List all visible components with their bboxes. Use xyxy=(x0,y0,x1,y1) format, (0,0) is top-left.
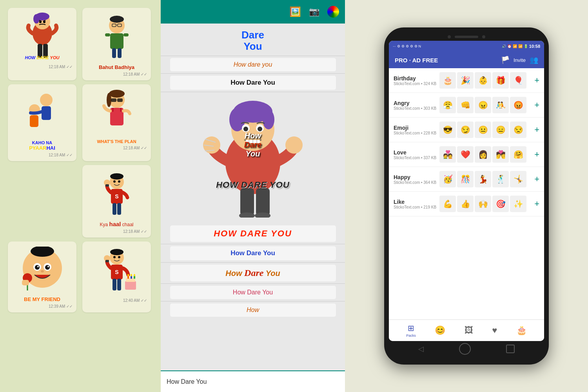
color-picker-icon[interactable] xyxy=(327,6,339,18)
thumb-b2: 🎉 xyxy=(457,72,474,89)
phone-app-header: PRO · AD FREE 🏳️ Invite 👥 xyxy=(389,52,544,68)
sticker-bubble-friend[interactable]: BE MY FRIEND 12:39 AM ✓✓ xyxy=(8,241,76,312)
thumb-e4: 😑 xyxy=(492,122,509,138)
right-panel: ··· ⚙⚙⚙⚙⚙N 🔊 ⏰ 📶 📶 🔋 10:58 PRO · AD FREE… xyxy=(345,0,588,392)
thumb-e3: 😐 xyxy=(475,122,491,138)
middle-content: Dare You How dare you How Dare You xyxy=(161,24,345,370)
invite-button[interactable]: Invite xyxy=(514,57,526,63)
pack-thumbs-angry: 😤 👊 😠 🤼 😡 xyxy=(439,97,531,113)
svg-point-3 xyxy=(33,14,40,24)
pack-item-angry[interactable]: Angry StickoText.com • 303 KB 😤 👊 😠 🤼 😡 … xyxy=(389,93,544,118)
thumb-h4: 🕺 xyxy=(492,171,509,187)
svg-rect-94 xyxy=(256,188,270,216)
sticker-bubble-how-dare[interactable]: HOW DARE YOU 12:18 AM ✓✓ xyxy=(8,8,76,80)
sticker-text-3[interactable]: HOW DARE YOU xyxy=(170,225,336,242)
pack-info-love: Love StickoText.com • 337 KB xyxy=(394,149,436,160)
sticker-bubble-bday[interactable]: S xyxy=(82,241,151,312)
sticker-text-4[interactable]: How Dare You xyxy=(170,246,336,260)
svg-text:S: S xyxy=(115,193,118,200)
pack-item-happy[interactable]: Happy StickoText.com • 364 KB 🥳 🎊 💃 🕺 🤸 … xyxy=(389,167,544,192)
sticker-bubble-plan[interactable]: WHAT'S THE PLAN 12:18 AM ✓✓ xyxy=(82,84,151,161)
svg-point-51 xyxy=(35,265,40,270)
svg-rect-15 xyxy=(110,33,123,49)
svg-point-20 xyxy=(40,94,53,106)
pack-thumbs-like: 💪 👍 🙌 🎯 ✨ xyxy=(439,196,531,212)
add-emoji-button[interactable]: + xyxy=(534,125,539,135)
svg-point-74 xyxy=(127,274,129,276)
header-actions: 🏳️ Invite 👥 xyxy=(501,56,538,64)
thumb-b3: 👶 xyxy=(475,72,491,89)
chat-panel: HOW DARE YOU 12:18 AM ✓✓ xyxy=(0,0,161,392)
chat-row-2: KAHO NA PYAARHAI 12:18 AM ✓✓ xyxy=(8,84,153,161)
thumb-l4: 💏 xyxy=(492,146,509,163)
sticker-bubble-kaho[interactable]: KAHO NA PYAARHAI 12:18 AM ✓✓ xyxy=(8,84,76,161)
label-kaho-1: KAHO NA xyxy=(29,140,55,145)
photo-icon[interactable]: 🖼️ xyxy=(289,6,301,17)
svg-point-26 xyxy=(107,93,111,107)
nav-packs[interactable]: ⊞ Packs xyxy=(406,323,416,338)
timestamp-3b: 12:18 AM ✓✓ xyxy=(123,229,147,234)
svg-point-60 xyxy=(110,249,123,255)
svg-point-25 xyxy=(109,90,125,98)
thumb-l5: 🤗 xyxy=(510,146,526,163)
thumb-e5: 😒 xyxy=(510,122,526,138)
svg-rect-21 xyxy=(42,106,51,120)
pack-name-angry: Angry xyxy=(394,100,436,106)
sticker-text-1[interactable]: How dare you xyxy=(170,58,336,71)
add-people-icon[interactable]: 👥 xyxy=(530,56,538,64)
thumb-lk3: 🙌 xyxy=(475,196,491,212)
pack-name-birthday: Birthday xyxy=(394,75,436,82)
search-input[interactable] xyxy=(167,378,339,385)
sticker-bubble-haal[interactable]: S Kya haal chaal 12:18 AM ✓✓ xyxy=(82,165,151,238)
svg-rect-17 xyxy=(123,33,129,36)
add-birthday-button[interactable]: + xyxy=(534,75,539,85)
pack-item-love[interactable]: Love StickoText.com • 337 KB 💑 ❤️ 👩 💏 🤗 … xyxy=(389,142,544,167)
add-like-button[interactable]: + xyxy=(534,199,539,209)
svg-point-54 xyxy=(47,266,49,267)
thumb-lk1: 💪 xyxy=(439,196,456,212)
pack-name-happy: Happy xyxy=(394,174,436,180)
pack-meta-emoji: StickoText.com • 228 KB xyxy=(394,131,436,135)
pack-item-birthday[interactable]: Birthday StickoText.com • 324 KB 🎂 🎉 👶 🎁… xyxy=(389,68,544,93)
pack-info-emoji: Emoji StickoText.com • 228 KB xyxy=(394,125,436,135)
nav-favorite[interactable]: ♥ xyxy=(492,325,497,336)
svg-rect-67 xyxy=(113,279,116,290)
recents-button[interactable] xyxy=(506,345,515,353)
timestamp-2a: 12:18 AM ✓✓ xyxy=(49,153,73,157)
svg-rect-28 xyxy=(117,98,123,102)
sticker-text-6[interactable]: How Dare You xyxy=(170,286,336,299)
nav-gift[interactable]: 🎂 xyxy=(516,325,527,336)
nav-emoji[interactable]: 😊 xyxy=(435,325,445,336)
pack-item-emoji[interactable]: Emoji StickoText.com • 228 KB 😎 😏 😐 😑 😒 … xyxy=(389,118,544,142)
add-happy-button[interactable]: + xyxy=(534,174,539,184)
camera-icon[interactable]: 📷 xyxy=(309,7,319,17)
pack-item-like[interactable]: Like StickoText.com • 219 KB 💪 👍 🙌 🎯 ✨ + xyxy=(389,192,544,216)
pack-name-like: Like xyxy=(394,199,436,205)
svg-point-85 xyxy=(258,127,262,131)
pack-info-happy: Happy StickoText.com • 364 KB xyxy=(394,174,436,185)
pack-thumbs-happy: 🥳 🎊 💃 🕺 🤸 xyxy=(439,171,531,187)
timestamp-2b: 12:18 AM ✓✓ xyxy=(123,146,147,150)
nav-recent[interactable]: 🖼 xyxy=(465,325,473,336)
sticker-bubble-bahut[interactable]: Bahut Badhiya 12:18 AM ✓✓ xyxy=(82,8,151,80)
sticker-text-5[interactable]: How Dare You xyxy=(170,265,336,281)
status-icons-right: 🔊 ⏰ 📶 📶 🔋 10:58 xyxy=(502,44,540,49)
add-love-button[interactable]: + xyxy=(534,149,539,160)
back-button[interactable]: ◁ xyxy=(418,345,424,353)
svg-point-11 xyxy=(110,16,124,23)
svg-point-52 xyxy=(45,265,50,270)
add-angry-button[interactable]: + xyxy=(534,100,539,110)
sticker-text-7[interactable]: How xyxy=(170,303,336,317)
thumb-b4: 🎁 xyxy=(492,72,509,89)
phone-device: ··· ⚙⚙⚙⚙⚙N 🔊 ⏰ 📶 📶 🔋 10:58 PRO · AD FREE… xyxy=(384,27,549,365)
pack-meta-happy: StickoText.com • 364 KB xyxy=(394,180,436,185)
home-button[interactable] xyxy=(459,343,471,355)
svg-rect-18 xyxy=(112,48,116,58)
search-bar[interactable] xyxy=(161,370,345,392)
app-title: PRO · AD FREE xyxy=(395,57,438,64)
sticker-text-2[interactable]: How Dare You xyxy=(170,76,336,90)
svg-point-35 xyxy=(113,180,116,183)
phone-bottom-nav: ⊞ Packs 😊 🖼 ♥ 🎂 xyxy=(389,319,544,341)
pack-meta-angry: StickoText.com • 303 KB xyxy=(394,106,436,111)
sticker-bday: S xyxy=(91,245,142,296)
